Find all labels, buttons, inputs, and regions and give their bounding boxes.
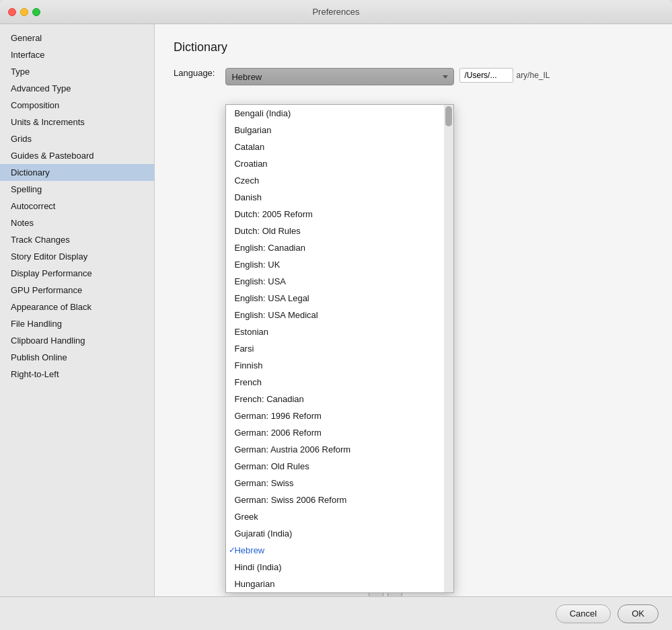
sidebar-item-interface[interactable]: Interface <box>0 46 154 63</box>
sidebar-item-notes[interactable]: Notes <box>0 214 154 231</box>
dict-path-prefix-input[interactable] <box>459 68 513 83</box>
dropdown-item-german-2006[interactable]: German: 2006 Reform <box>226 424 453 441</box>
dropdown-item-hindi-india[interactable]: Hindi (India) <box>226 559 453 576</box>
dropdown-item-english-usa-legal[interactable]: English: USA Legal <box>226 290 453 307</box>
sidebar-item-story-editor-display[interactable]: Story Editor Display <box>0 248 154 265</box>
minimize-button[interactable] <box>20 8 28 16</box>
dropdown-item-english-usa[interactable]: English: USA <box>226 273 453 290</box>
sidebar-item-track-changes[interactable]: Track Changes <box>0 231 154 248</box>
window-title: Preferences <box>312 7 359 17</box>
sidebar-item-appearance-of-black[interactable]: Appearance of Black <box>0 299 154 315</box>
chevron-down-icon <box>443 75 448 79</box>
dropdown-item-czech[interactable]: Czech <box>226 172 453 189</box>
dropdown-item-dutch-2005[interactable]: Dutch: 2005 Reform <box>226 206 453 223</box>
preferences-window: Preferences GeneralInterfaceTypeAdvanced… <box>0 0 672 630</box>
dropdown-item-french[interactable]: French <box>226 374 453 391</box>
sidebar-item-file-handling[interactable]: File Handling <box>0 315 154 332</box>
sidebar-item-general[interactable]: General <box>0 30 154 46</box>
sidebar-item-grids[interactable]: Grids <box>0 130 154 147</box>
dropdown-item-gujarati-india[interactable]: Gujarati (India) <box>226 525 453 542</box>
sidebar-item-advanced-type[interactable]: Advanced Type <box>0 80 154 97</box>
main-content: GeneralInterfaceTypeAdvanced TypeComposi… <box>0 24 672 596</box>
sidebar-item-dictionary[interactable]: Dictionary <box>0 164 154 181</box>
dropdown-item-hungarian[interactable]: Hungarian <box>226 576 453 592</box>
traffic-lights <box>8 8 40 16</box>
dropdown-item-hebrew[interactable]: Hebrew <box>226 542 453 559</box>
sidebar: GeneralInterfaceTypeAdvanced TypeComposi… <box>0 24 155 596</box>
sidebar-item-type[interactable]: Type <box>0 63 154 80</box>
sidebar-item-gpu-performance[interactable]: GPU Performance <box>0 282 154 299</box>
sidebar-item-publish-online[interactable]: Publish Online <box>0 349 154 366</box>
dict-path-suffix: ary/he_IL <box>516 71 550 80</box>
dropdown-item-bulgarian[interactable]: Bulgarian <box>226 122 453 139</box>
bottom-bar: Cancel OK <box>0 596 672 630</box>
dropdown-item-danish[interactable]: Danish <box>226 189 453 206</box>
dropdown-item-catalan[interactable]: Catalan <box>226 139 453 155</box>
dropdown-item-bengali-india[interactable]: Bengali (India) <box>226 105 453 122</box>
cancel-button[interactable]: Cancel <box>556 604 611 623</box>
titlebar: Preferences <box>0 0 672 24</box>
dropdown-item-english-canadian[interactable]: English: Canadian <box>226 239 453 256</box>
sidebar-item-display-performance[interactable]: Display Performance <box>0 265 154 282</box>
language-select-container: Hebrew Bengali (India)BulgarianCatalanCr… <box>225 68 454 574</box>
language-dropdown-list: Bengali (India)BulgarianCatalanCroatianC… <box>225 104 454 593</box>
dropdown-item-dutch-old[interactable]: Dutch: Old Rules <box>226 223 453 239</box>
dropdown-item-greek[interactable]: Greek <box>226 508 453 525</box>
dropdown-item-english-uk[interactable]: English: UK <box>226 256 453 273</box>
sidebar-item-right-to-left[interactable]: Right-to-Left <box>0 366 154 383</box>
dropdown-item-french-canadian[interactable]: French: Canadian <box>226 391 453 407</box>
dropdown-item-finnish[interactable]: Finnish <box>226 357 453 374</box>
sidebar-item-autocorrect[interactable]: Autocorrect <box>0 198 154 214</box>
sidebar-item-clipboard-handling[interactable]: Clipboard Handling <box>0 332 154 349</box>
maximize-button[interactable] <box>32 8 40 16</box>
dropdown-item-german-swiss[interactable]: German: Swiss <box>226 475 453 491</box>
dropdown-item-croatian[interactable]: Croatian <box>226 155 453 172</box>
dropdown-item-german-austria-2006[interactable]: German: Austria 2006 Reform <box>226 441 453 458</box>
dropdown-item-german-swiss-2006[interactable]: German: Swiss 2006 Reform <box>226 491 453 508</box>
main-area: Dictionary Language: Hebrew Bengali (Ind… <box>155 24 672 596</box>
dropdown-item-german-old[interactable]: German: Old Rules <box>226 458 453 475</box>
language-label: Language: <box>174 68 215 78</box>
language-selected-value: Hebrew <box>231 72 262 82</box>
language-dropdown-btn[interactable]: Hebrew <box>225 68 454 85</box>
dropdown-item-estonian[interactable]: Estonian <box>226 323 453 340</box>
sidebar-item-guides-pasteboard[interactable]: Guides & Pasteboard <box>0 147 154 164</box>
dropdown-item-german-1996[interactable]: German: 1996 Reform <box>226 407 453 424</box>
sidebar-item-spelling[interactable]: Spelling <box>0 181 154 198</box>
sidebar-item-composition[interactable]: Composition <box>0 97 154 114</box>
close-button[interactable] <box>8 8 16 16</box>
dropdown-item-english-usa-medical[interactable]: English: USA Medical <box>226 307 453 323</box>
sidebar-item-units-increments[interactable]: Units & Increments <box>0 114 154 130</box>
dropdown-item-farsi[interactable]: Farsi <box>226 340 453 357</box>
ok-button[interactable]: OK <box>618 604 659 623</box>
page-title: Dictionary <box>174 40 653 54</box>
